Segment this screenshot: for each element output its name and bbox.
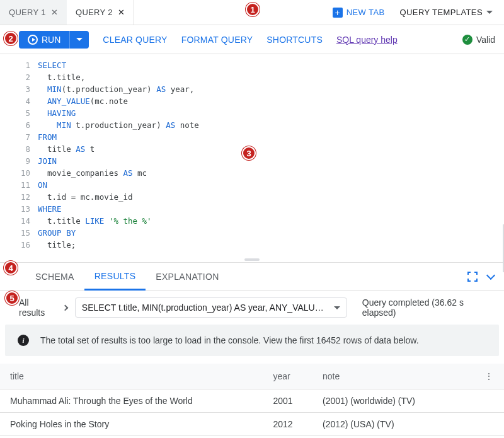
clear-query-button[interactable]: CLEAR QUERY [103, 35, 167, 45]
chevron-down-icon [334, 306, 340, 309]
sql-editor[interactable]: 1 2 3 4 5 6 7 8 9 10 11 12 13 14 15 16 S… [0, 54, 504, 263]
tab-explanation[interactable]: EXPLANATION [146, 263, 229, 290]
query-summary-dropdown[interactable]: SELECT t.title, MIN(t.production_year) A… [75, 297, 347, 318]
run-options-dropdown[interactable] [69, 31, 89, 49]
cell-year: 2012 [263, 413, 312, 436]
cell-title: Muhammad Ali: Through the Eyes of the Wo… [0, 389, 263, 413]
shortcuts-button[interactable]: SHORTCUTS [266, 35, 323, 45]
valid-label: Valid [476, 35, 495, 45]
chevron-down-icon [486, 11, 493, 14]
run-label: RUN [42, 35, 60, 45]
check-circle-icon: ✓ [462, 35, 472, 45]
query-status: Query completed (36.62 s elapsed) [362, 297, 494, 318]
query-tab-2[interactable]: QUERY 2 ✕ [67, 0, 134, 25]
action-bar: RUN CLEAR QUERY FORMAT QUERY SHORTCUTS S… [0, 25, 504, 54]
cell-note: (2012) (USA) (TV) [312, 413, 474, 436]
line-gutter: 1 2 3 4 5 6 7 8 9 10 11 12 13 14 15 16 [0, 59, 38, 251]
plus-icon: + [333, 8, 343, 18]
tab-bar: QUERY 1 ✕ QUERY 2 ✕ + NEW TAB QUERY TEMP… [0, 0, 504, 25]
table-header-row: title year note ⋮ [0, 364, 504, 389]
format-query-button[interactable]: FORMAT QUERY [181, 35, 253, 45]
results-tab-bar: SCHEMA RESULTS EXPLANATION [0, 263, 504, 291]
fullscreen-icon[interactable] [467, 272, 478, 282]
column-header-year[interactable]: year [263, 364, 312, 389]
query-tab-1[interactable]: QUERY 1 ✕ [0, 0, 67, 25]
run-button-group: RUN [19, 31, 89, 49]
table-row[interactable]: Muhammad Ali: Through the Eyes of the Wo… [0, 389, 504, 413]
query-templates-dropdown[interactable]: QUERY TEMPLATES [391, 8, 496, 17]
tab-label: QUERY 2 [76, 8, 113, 17]
results-info-banner: i The total set of results is too large … [5, 325, 499, 356]
resize-handle[interactable] [244, 258, 260, 261]
cell-year: 1991 [263, 436, 312, 439]
close-icon[interactable]: ✕ [51, 8, 58, 17]
results-breadcrumb: All results SELECT t.title, MIN(t.produc… [0, 291, 504, 325]
cell-title: Poking Holes in the Story [0, 413, 263, 436]
new-tab-label: NEW TAB [346, 8, 385, 17]
chevron-right-icon [62, 304, 69, 311]
column-header-title[interactable]: title [0, 364, 263, 389]
table-options-menu[interactable]: ⋮ [474, 364, 504, 389]
query-summary-text: SELECT t.title, MIN(t.production_year) A… [82, 303, 329, 313]
new-tab-button[interactable]: + NEW TAB [326, 8, 391, 18]
tab-label: QUERY 1 [9, 8, 46, 17]
info-icon: i [18, 335, 29, 346]
cell-note: (2001) (worldwide) (TV) [312, 389, 474, 413]
collapse-panel-icon[interactable] [486, 270, 495, 279]
run-button[interactable]: RUN [19, 31, 69, 49]
column-header-note[interactable]: note [312, 364, 474, 389]
results-table: title year note ⋮ Muhammad Ali: Through … [0, 364, 504, 438]
tab-results[interactable]: RESULTS [84, 263, 146, 291]
cell-year: 2001 [263, 389, 312, 413]
templates-label: QUERY TEMPLATES [400, 8, 483, 17]
close-icon[interactable]: ✕ [118, 8, 125, 17]
cell-title: By the Sword [0, 436, 263, 439]
all-results-link[interactable]: All results [19, 297, 55, 318]
banner-text: The total set of results is too large to… [40, 335, 419, 345]
tab-schema[interactable]: SCHEMA [25, 263, 84, 290]
code-content[interactable]: SELECT t.title, MIN(t.production_year) A… [38, 59, 504, 251]
play-icon [28, 35, 38, 45]
chevron-down-icon [76, 38, 83, 41]
validation-badge: ✓ Valid [462, 35, 495, 45]
table-row[interactable]: By the Sword1991(1993) (USA) [0, 436, 504, 439]
cell-note: (1993) (USA) [312, 436, 474, 439]
sql-help-link[interactable]: SQL query help [336, 35, 398, 45]
table-row[interactable]: Poking Holes in the Story2012(2012) (USA… [0, 413, 504, 436]
